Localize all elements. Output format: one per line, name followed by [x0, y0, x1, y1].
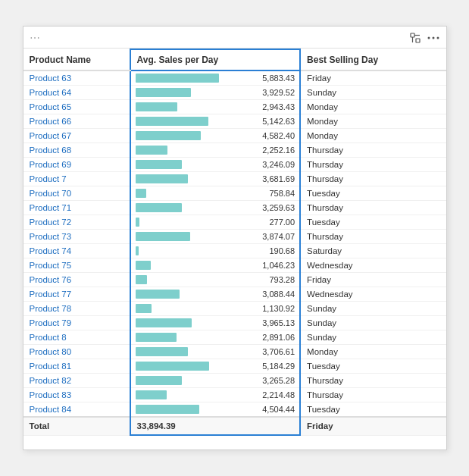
table-row: Product 80 3,706.61 Monday [23, 345, 446, 359]
avg-value: 3,681.69 [259, 174, 295, 183]
product-name-cell: Product 74 [23, 244, 130, 258]
sales-bar [136, 405, 199, 414]
table-row: Product 71 3,259.63 Thursday [23, 201, 446, 215]
avg-sales-cell: 277.00 [130, 215, 300, 230]
avg-value: 3,246.09 [259, 160, 295, 169]
sales-bar [136, 174, 188, 183]
avg-sales-cell: 3,259.63 [130, 201, 300, 215]
product-name-cell: Product 7 [23, 172, 130, 186]
product-name-cell: Product 69 [23, 158, 130, 172]
avg-sales-cell: 1,130.92 [130, 302, 300, 316]
product-name-cell: Product 73 [23, 230, 130, 244]
avg-sales-cell: 3,681.69 [130, 172, 300, 186]
table-row: Product 72 277.00 Tuesday [23, 215, 446, 230]
avg-value: 1,130.92 [259, 304, 295, 313]
total-day: Friday [300, 417, 446, 435]
avg-value: 190.68 [266, 246, 295, 255]
table-row: Product 70 758.84 Tuesday [23, 186, 446, 201]
best-day-cell: Thursday [300, 230, 446, 244]
total-row: Total 33,894.39 Friday [23, 417, 446, 435]
product-name-cell: Product 64 [23, 86, 130, 100]
svg-rect-0 [411, 33, 414, 37]
product-name-cell: Product 78 [23, 302, 130, 316]
sales-bar [136, 160, 182, 169]
avg-sales-cell: 4,582.40 [130, 129, 300, 143]
sales-bar [136, 88, 191, 97]
best-day-cell: Sunday [300, 330, 446, 345]
product-name-cell: Product 84 [23, 402, 130, 418]
avg-sales-cell: 3,929.52 [130, 86, 300, 100]
product-name-cell: Product 66 [23, 114, 130, 129]
product-name-cell: Product 63 [23, 70, 130, 86]
product-name-cell: Product 72 [23, 215, 130, 230]
widget-header: ⋯ [23, 27, 446, 49]
avg-value: 1,046.23 [259, 261, 295, 270]
best-day-cell: Thursday [300, 201, 446, 215]
best-day-cell: Monday [300, 114, 446, 129]
col-header-product[interactable]: Product Name [23, 49, 130, 70]
table-row: Product 82 3,265.28 Thursday [23, 374, 446, 388]
total-label: Total [23, 417, 130, 435]
table-row: Product 75 1,046.23 Wednesday [23, 258, 446, 273]
best-day-cell: Wednesday [300, 287, 446, 302]
avg-sales-cell: 3,706.61 [130, 345, 300, 359]
svg-rect-1 [416, 39, 420, 42]
best-day-cell: Thursday [300, 158, 446, 172]
col-header-avg[interactable]: Avg. Sales per Day [130, 49, 300, 70]
sales-bar [136, 290, 180, 299]
table-row: Product 84 4,504.44 Tuesday [23, 402, 446, 418]
header-icons [408, 31, 440, 45]
best-day-cell: Monday [300, 345, 446, 359]
product-name-cell: Product 77 [23, 287, 130, 302]
avg-sales-cell: 4,504.44 [130, 402, 300, 418]
product-name-cell: Product 82 [23, 374, 130, 388]
best-day-cell: Tuesday [300, 215, 446, 230]
best-day-cell: Friday [300, 273, 446, 287]
best-day-cell: Thursday [300, 172, 446, 186]
svg-point-4 [427, 37, 430, 39]
avg-value: 2,214.48 [259, 390, 295, 399]
avg-sales-cell: 3,965.13 [130, 316, 300, 330]
avg-value: 3,929.52 [259, 88, 295, 97]
best-day-cell: Sunday [300, 316, 446, 330]
avg-value: 5,883.43 [259, 74, 295, 83]
svg-point-6 [436, 37, 439, 39]
avg-value: 3,706.61 [259, 347, 295, 356]
best-day-cell: Monday [300, 100, 446, 114]
best-day-cell: Monday [300, 129, 446, 143]
col-header-best-day[interactable]: Best Selling Day [300, 49, 446, 70]
sales-bar [136, 362, 209, 371]
best-day-cell: Friday [300, 70, 446, 86]
best-day-cell: Sunday [300, 302, 446, 316]
sales-bar [136, 376, 182, 385]
product-name-cell: Product 79 [23, 316, 130, 330]
table-wrapper[interactable]: Product Name Avg. Sales per Day Best Sel… [23, 49, 446, 444]
avg-sales-cell: 758.84 [130, 186, 300, 201]
avg-value: 4,504.44 [259, 405, 295, 414]
avg-sales-cell: 3,246.09 [130, 158, 300, 172]
expand-icon[interactable] [408, 31, 422, 45]
table-row: Product 7 3,681.69 Thursday [23, 172, 446, 186]
avg-sales-cell: 3,874.07 [130, 230, 300, 244]
avg-value: 4,582.40 [259, 131, 295, 140]
avg-value: 2,943.43 [259, 102, 295, 111]
sales-bar [136, 246, 139, 255]
more-options-icon[interactable] [427, 31, 440, 45]
sales-bar [136, 275, 147, 284]
avg-value: 3,874.07 [259, 232, 295, 241]
sales-bar [136, 131, 201, 140]
avg-sales-cell: 190.68 [130, 244, 300, 258]
sales-bar [136, 117, 208, 126]
table-row: Product 77 3,088.44 Wednesday [23, 287, 446, 302]
sales-bar [136, 102, 177, 111]
best-day-cell: Tuesday [300, 186, 446, 201]
avg-sales-cell: 793.28 [130, 273, 300, 287]
product-name-cell: Product 68 [23, 143, 130, 158]
widget-container: ⋯ Product N [23, 26, 447, 450]
avg-value: 5,184.29 [259, 362, 295, 371]
avg-sales-cell: 1,046.23 [130, 258, 300, 273]
drag-handle[interactable]: ⋯ [30, 32, 41, 44]
avg-value: 793.28 [266, 275, 295, 284]
avg-sales-cell: 5,883.43 [130, 70, 300, 86]
avg-value: 3,965.13 [259, 318, 295, 327]
